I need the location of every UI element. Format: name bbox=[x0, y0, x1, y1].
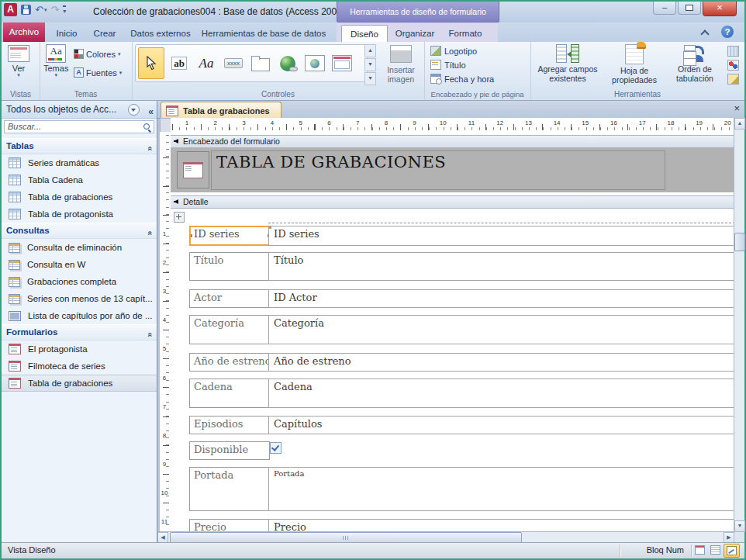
field-label-control[interactable]: Portada bbox=[189, 467, 270, 511]
titulo-button[interactable]: Título bbox=[430, 60, 466, 70]
field-textbox-control[interactable]: Precio bbox=[268, 519, 734, 532]
insert-image-button[interactable]: Insertar imagen bbox=[380, 43, 422, 88]
detail-section-bar[interactable]: Detalle bbox=[171, 195, 735, 209]
access-app-icon[interactable]: A bbox=[4, 3, 17, 16]
form-title-control[interactable]: TABLA DE GRABACIONES bbox=[211, 150, 665, 190]
tab-control-button[interactable] bbox=[248, 48, 273, 78]
select-pointer-button[interactable] bbox=[138, 47, 164, 79]
tab-datos-externos[interactable]: Datos externos bbox=[126, 25, 195, 42]
tab-archivo[interactable]: Archivo bbox=[3, 22, 45, 42]
form-header-section-bar[interactable]: Encabezado del formulario bbox=[171, 135, 735, 148]
colores-button[interactable]: Colores ▾ bbox=[74, 49, 120, 59]
scroll-down-button[interactable]: ▼ bbox=[734, 520, 745, 532]
nav-item-filmoteca-de-series[interactable]: Filmoteca de series bbox=[2, 358, 157, 375]
vertical-scroll-thumb[interactable] bbox=[734, 233, 745, 251]
convert-macros-icon[interactable] bbox=[727, 60, 739, 71]
ver-button[interactable]: Ver ▾ bbox=[8, 45, 29, 78]
nav-pane-header[interactable]: Todos los objetos de Acc... bbox=[2, 101, 157, 119]
form-view-button[interactable] bbox=[692, 544, 707, 556]
subform-tool-icon[interactable] bbox=[727, 74, 739, 85]
nav-pane-menu-button[interactable] bbox=[128, 104, 140, 116]
field-attachment-control[interactable]: Portada bbox=[268, 467, 734, 511]
tab-organizar[interactable]: Organizar bbox=[389, 25, 440, 42]
section-header-tablas[interactable]: Tablas bbox=[2, 138, 157, 154]
field-label-control[interactable]: Precio bbox=[189, 519, 270, 532]
field-textbox-control[interactable]: Categoría bbox=[268, 315, 734, 344]
navigation-control-button[interactable] bbox=[330, 48, 354, 78]
add-existing-fields-button[interactable]: Agregar campos existentes bbox=[534, 43, 602, 88]
field-textbox-control[interactable]: ID series bbox=[268, 226, 734, 246]
fecha-hora-button[interactable]: Fecha y hora bbox=[430, 74, 494, 84]
gallery-scroll-down-button[interactable]: ▼ bbox=[364, 58, 376, 71]
design-view-button[interactable] bbox=[724, 544, 740, 558]
field-textbox-control[interactable]: ID Actor bbox=[268, 289, 734, 308]
vertical-scrollbar[interactable]: ▲ ▼ bbox=[734, 118, 744, 532]
help-button[interactable]: ? bbox=[721, 26, 734, 38]
temas-button[interactable]: Aa Temas ▾ bbox=[43, 44, 68, 78]
textbox-control-button[interactable]: ab bbox=[167, 48, 192, 78]
field-label-control[interactable]: Título bbox=[189, 252, 270, 281]
field-textbox-control[interactable]: Título bbox=[268, 252, 734, 281]
nav-item-lista-de-capitulos[interactable]: Lista de capítulos por año de ... bbox=[2, 307, 157, 324]
field-label-control[interactable]: Categoría bbox=[189, 315, 270, 344]
web-browser-control-button[interactable] bbox=[302, 48, 327, 78]
nav-item-tabla-cadena[interactable]: Tabla Cadena bbox=[2, 171, 157, 188]
minimize-button[interactable]: – bbox=[653, 2, 676, 15]
datasheet-view-button[interactable] bbox=[708, 544, 723, 556]
undo-button[interactable]: ↶▾ bbox=[35, 4, 47, 16]
nav-pane-collapse-button[interactable] bbox=[148, 103, 154, 120]
move-handle-icon[interactable] bbox=[174, 212, 185, 223]
field-textbox-control[interactable]: Capítulos bbox=[268, 416, 734, 434]
label-control-button[interactable]: Aa bbox=[194, 48, 219, 78]
tab-formato[interactable]: Formato bbox=[444, 25, 487, 42]
tab-order-button[interactable]: Orden de tabulación bbox=[665, 43, 724, 88]
detail-section[interactable]: ID series ID series Título Título Actor … bbox=[171, 209, 735, 532]
logo-placeholder-control[interactable] bbox=[177, 151, 209, 188]
logotipo-button[interactable]: Logotipo bbox=[430, 46, 477, 56]
field-label-control[interactable]: ID series bbox=[189, 226, 271, 246]
disponible-checkbox[interactable] bbox=[270, 442, 281, 454]
document-close-button[interactable]: × bbox=[734, 103, 740, 114]
ribbon-collapse-button[interactable] bbox=[699, 29, 710, 37]
field-label-control[interactable]: Episodios bbox=[189, 416, 270, 434]
field-textbox-control[interactable]: Cadena bbox=[268, 379, 734, 408]
tab-herramientas-bd[interactable]: Herramientas de base de datos bbox=[199, 25, 329, 42]
property-sheet-button[interactable]: Hoja de propiedades bbox=[605, 43, 664, 88]
search-input[interactable]: Buscar... bbox=[4, 120, 154, 133]
field-textbox-control[interactable]: Año de estreno bbox=[268, 353, 734, 372]
nav-item-tabla-de-protagonista[interactable]: Tabla de protagonista bbox=[2, 206, 157, 223]
field-label-control[interactable]: Año de estreno bbox=[189, 353, 270, 372]
gallery-scroll-up-button[interactable]: ▲ bbox=[364, 44, 376, 57]
document-tab[interactable]: Tabla de grabaciones bbox=[161, 102, 281, 119]
restore-button[interactable] bbox=[678, 2, 701, 15]
nav-item-consulta-de-eliminacion[interactable]: Consulta de eliminación bbox=[2, 239, 157, 256]
form-header-section[interactable]: TABLA DE GRABACIONES bbox=[171, 147, 735, 192]
field-label-control[interactable]: Disponible bbox=[189, 441, 270, 460]
field-label-control[interactable]: Cadena bbox=[189, 379, 270, 408]
scroll-up-button[interactable]: ▲ bbox=[734, 118, 745, 130]
nav-item-consulta-en-w[interactable]: Consulta en W bbox=[2, 256, 157, 273]
field-label-control[interactable]: Actor bbox=[189, 289, 270, 308]
tab-inicio[interactable]: Inicio bbox=[50, 25, 84, 42]
close-button[interactable]: × bbox=[703, 2, 737, 16]
redo-button[interactable]: ↷ bbox=[50, 4, 59, 16]
fuentes-button[interactable]: A Fuentes ▾ bbox=[74, 67, 122, 78]
section-header-formularios[interactable]: Formularios bbox=[2, 324, 157, 340]
button-control-button[interactable]: xxxx bbox=[221, 48, 246, 78]
qat-customize-button[interactable]: ▾ bbox=[63, 5, 66, 15]
nav-item-series-con-menos[interactable]: Series con menos de 13 capít... bbox=[2, 290, 157, 307]
save-button[interactable] bbox=[21, 5, 31, 15]
hyperlink-button[interactable] bbox=[275, 48, 300, 78]
tab-crear[interactable]: Crear bbox=[88, 25, 121, 42]
nav-item-el-protagonista[interactable]: El protagonista bbox=[2, 340, 157, 358]
section-header-consultas[interactable]: Consultas bbox=[2, 223, 157, 239]
tab-diseno[interactable]: Diseño bbox=[341, 25, 388, 43]
view-code-icon[interactable] bbox=[727, 46, 739, 57]
nav-item-tabla-de-grabaciones[interactable]: Tabla de grabaciones bbox=[2, 188, 157, 206]
horizontal-scrollbar[interactable]: ◀ ▶ bbox=[157, 531, 734, 543]
nav-item-grabaciones-completa[interactable]: Grabaciones completa bbox=[2, 273, 157, 290]
nav-item-tabla-de-grabaciones-form[interactable]: Tabla de grabaciones bbox=[2, 375, 157, 392]
horizontal-ruler[interactable]: 1234567891011121314151617181920 bbox=[171, 118, 734, 133]
nav-item-series-dramaticas[interactable]: Series dramáticas bbox=[2, 154, 157, 171]
vertical-ruler[interactable]: 1234567891011 bbox=[160, 132, 171, 532]
